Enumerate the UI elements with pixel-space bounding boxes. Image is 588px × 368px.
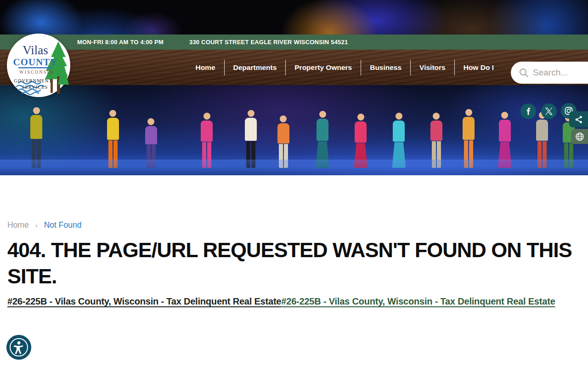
share-icon	[575, 115, 583, 124]
performer-figure	[498, 112, 512, 168]
main-nav: Home Departments Property Owners Busines…	[0, 50, 588, 85]
breadcrumb-current: Not Found	[44, 220, 82, 230]
performer-figure	[145, 118, 157, 168]
facebook-button[interactable]	[520, 104, 536, 119]
page-title: 404. THE PAGE/URL REQUESTED WASN'T FOUND…	[7, 237, 577, 289]
stage-photo-banner	[0, 85, 588, 175]
search-box[interactable]	[511, 62, 588, 84]
performer-figure	[463, 109, 475, 168]
tax-delinquent-link-green[interactable]: #26-225B - Vilas County, Wisconsin - Tax…	[281, 296, 555, 306]
logo-wisconsin-text: WISCONSIN	[19, 70, 54, 75]
performer-figure	[316, 111, 329, 168]
breadcrumb: Home › Not Found	[7, 220, 581, 230]
x-twitter-button[interactable]	[541, 104, 557, 119]
office-address: 330 COURT STREET EAGLE RIVER WISCONSIN 5…	[189, 39, 348, 46]
language-globe-button[interactable]	[571, 129, 588, 144]
logo-services-text: SERVICES	[22, 85, 48, 90]
logo-government-text: GOVERNMENT	[14, 78, 52, 83]
globe-icon	[575, 132, 584, 141]
breadcrumb-home-link[interactable]: Home	[7, 220, 29, 230]
performer-figure	[354, 114, 368, 168]
facebook-icon	[525, 108, 532, 115]
performer-figure	[201, 113, 213, 168]
search-input[interactable]	[533, 68, 588, 78]
performer-figure	[107, 110, 119, 168]
main-content: Home › Not Found 404. THE PAGE/URL REQUE…	[0, 175, 588, 307]
performer-figure	[30, 107, 42, 168]
performer-figure	[536, 112, 548, 168]
share-button[interactable]	[569, 111, 588, 127]
page: MON-FRI 8:00 AM TO 4:00 PM 330 COURT STR…	[0, 0, 588, 368]
performer-figure	[245, 110, 257, 168]
nav-item-visitors[interactable]: Visitors	[410, 60, 454, 75]
logo-county-text: COUNTY	[13, 57, 57, 68]
nav-item-how-do-i[interactable]: How Do I	[454, 60, 503, 75]
nav-item-departments[interactable]: Departments	[224, 60, 286, 75]
breadcrumb-separator: ›	[35, 221, 38, 229]
x-icon	[545, 108, 553, 115]
nav-item-home[interactable]: Home	[187, 60, 224, 75]
nav-list: Home Departments Property Owners Busines…	[187, 50, 503, 85]
accessibility-icon	[8, 337, 29, 358]
office-hours: MON-FRI 8:00 AM TO 4:00 PM	[77, 39, 164, 46]
county-logo[interactable]: Vilas COUNTY WISCONSIN GOVERNMENT SERVIC…	[6, 33, 71, 98]
info-bar: MON-FRI 8:00 AM TO 4:00 PM 330 COURT STR…	[0, 34, 588, 50]
logo-vilas-text: Vilas	[23, 43, 48, 57]
search-icon	[519, 68, 529, 78]
accessibility-widget-button[interactable]	[6, 335, 31, 360]
performer-figure	[392, 113, 406, 168]
stage-photo-top	[0, 0, 588, 34]
performer-figure	[430, 113, 442, 168]
nav-item-property-owners[interactable]: Property Owners	[285, 60, 361, 75]
suggested-links: #26-225B - Vilas County, Wisconsin - Tax…	[7, 295, 581, 307]
performer-figure	[277, 115, 289, 168]
nav-item-business[interactable]: Business	[361, 60, 410, 75]
tax-delinquent-link-dark[interactable]: #26-225B - Vilas County, Wisconsin - Tax…	[7, 296, 281, 306]
